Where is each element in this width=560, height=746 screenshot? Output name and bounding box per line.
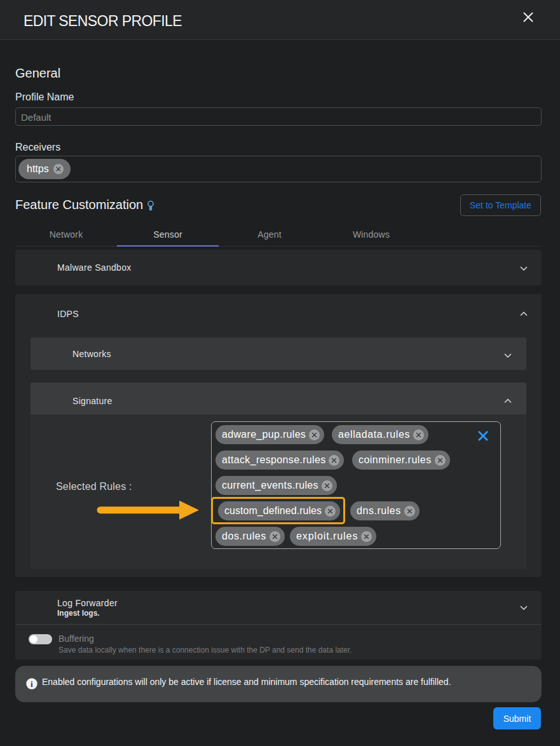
svg-text:i: i: [31, 679, 33, 689]
